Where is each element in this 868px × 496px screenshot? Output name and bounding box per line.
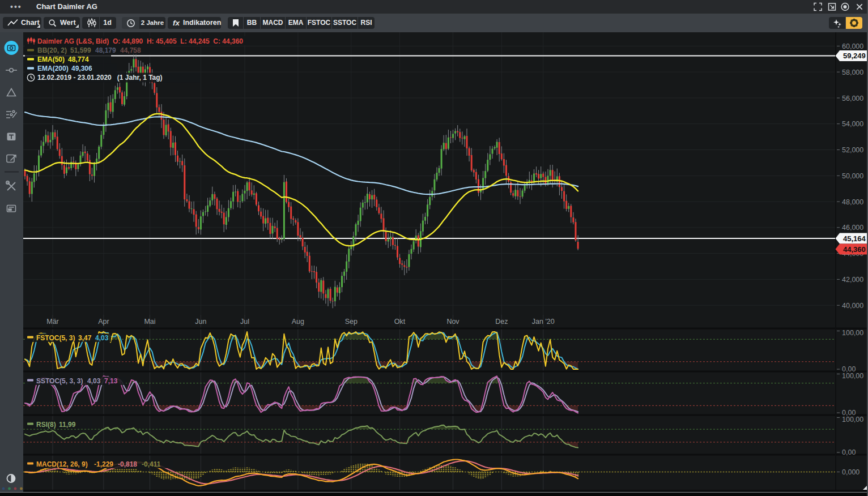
svg-text:Jan '20: Jan '20 (532, 318, 555, 326)
svg-text:44,360: 44,360 (843, 245, 866, 254)
svg-text:4,03: 4,03 (87, 377, 101, 385)
svg-text:Jul: Jul (240, 318, 249, 326)
svg-text:59,249: 59,249 (843, 52, 866, 60)
svg-text:44,758: 44,758 (120, 46, 141, 54)
svg-text:BB(20, 2): BB(20, 2) (37, 46, 67, 54)
svg-text:48,179: 48,179 (95, 46, 116, 54)
svg-text:FSTOC(5, 3): FSTOC(5, 3) (36, 334, 75, 342)
svg-text:EMA(50): EMA(50) (37, 55, 65, 63)
svg-text:46,000: 46,000 (842, 224, 863, 232)
svg-text:12.02.2019 - 23.01.2020 (1 J: 12.02.2019 - 23.01.2020 (1 Jahr, 1 Tag) (37, 74, 163, 82)
svg-text:52,000: 52,000 (842, 146, 863, 154)
svg-text:49,306: 49,306 (71, 65, 92, 72)
svg-text:RSI(8): RSI(8) (36, 421, 56, 429)
svg-text:50,000: 50,000 (842, 172, 863, 180)
svg-text:40,000: 40,000 (842, 302, 863, 310)
svg-text:11,99: 11,99 (59, 421, 76, 429)
svg-text:Apr: Apr (98, 318, 109, 326)
svg-text:51,599: 51,599 (70, 46, 91, 54)
svg-text:Aug: Aug (292, 318, 304, 326)
svg-text:60,000: 60,000 (842, 42, 863, 50)
svg-text:100,00: 100,00 (842, 329, 863, 337)
svg-text:Okt: Okt (394, 318, 406, 326)
svg-text:3,47: 3,47 (78, 334, 92, 342)
svg-text:Jun: Jun (195, 318, 206, 326)
svg-text:SSTOC(5, 3, 3): SSTOC(5, 3, 3) (36, 377, 83, 385)
svg-text:42,000: 42,000 (842, 276, 863, 284)
svg-text:0,00: 0,00 (842, 448, 856, 456)
svg-text:48,774: 48,774 (68, 55, 89, 63)
svg-text:0,000: 0,000 (842, 468, 860, 476)
svg-text:100,00: 100,00 (842, 416, 863, 424)
svg-text:Nov: Nov (446, 318, 459, 326)
svg-text:-0,411: -0,411 (142, 460, 161, 468)
svg-text:45,164: 45,164 (843, 234, 866, 243)
svg-text:Mai: Mai (144, 318, 155, 326)
svg-text:100,00: 100,00 (842, 372, 863, 380)
svg-text:Mär: Mär (46, 318, 59, 326)
svg-text:56,000: 56,000 (842, 95, 863, 102)
svg-text:Dez: Dez (495, 318, 508, 326)
svg-text:-0,818: -0,818 (118, 460, 137, 468)
svg-text:4,03: 4,03 (95, 334, 109, 342)
svg-text:54,000: 54,000 (842, 120, 863, 128)
svg-text:7,13: 7,13 (104, 377, 118, 385)
svg-text:MACD(12, 26, 9): MACD(12, 26, 9) (36, 460, 88, 468)
svg-text:-1,229: -1,229 (94, 460, 113, 468)
svg-text:58,000: 58,000 (842, 69, 863, 76)
svg-text:Sep: Sep (345, 318, 358, 326)
svg-text:Daimler AG (L&S, Bid) O: 44,8: Daimler AG (L&S, Bid) O: 44,890 H: 45,40… (37, 37, 243, 45)
svg-text:EMA(200): EMA(200) (37, 65, 69, 72)
svg-text:48,000: 48,000 (842, 198, 863, 206)
